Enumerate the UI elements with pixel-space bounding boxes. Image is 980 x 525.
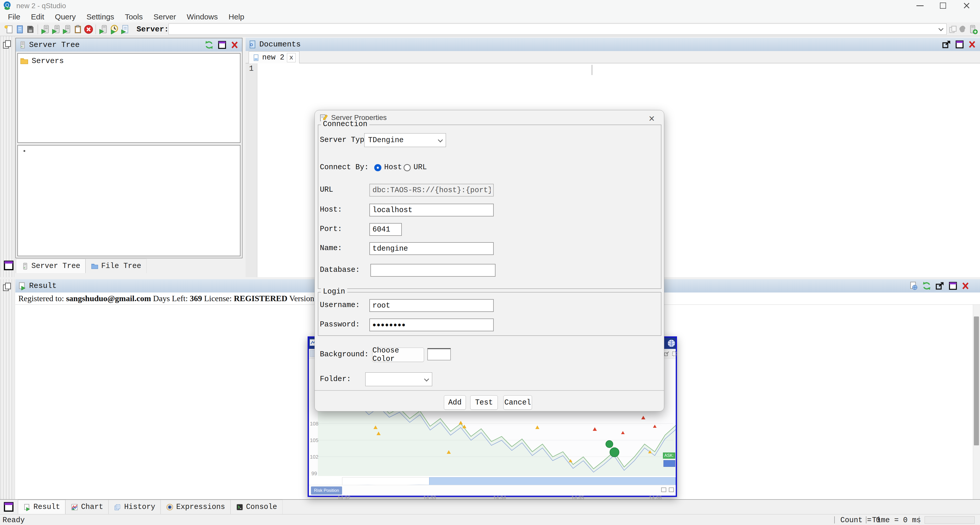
open-file-button[interactable] (14, 24, 25, 35)
scheduled-query-button[interactable] (109, 24, 120, 35)
risk-position-button[interactable]: Risk Position (311, 487, 342, 495)
export-web-icon[interactable] (909, 281, 918, 290)
folder-select[interactable] (365, 372, 432, 386)
host-field[interactable] (369, 204, 494, 216)
close-panel-icon[interactable] (968, 40, 977, 49)
background-color-swatch[interactable] (427, 348, 451, 360)
close-panel-icon[interactable] (230, 41, 239, 49)
tab-result[interactable]: Result (18, 500, 65, 514)
cancel-button[interactable]: Cancel (503, 395, 532, 410)
query-all-button[interactable] (62, 24, 73, 35)
add-button[interactable]: Add (444, 395, 466, 410)
save-button[interactable] (25, 24, 36, 35)
x-axis-label: 14:34 (493, 495, 506, 501)
radio-host-label: Host (384, 163, 402, 172)
footer-icon[interactable] (661, 487, 666, 492)
popout-small-icon[interactable] (664, 351, 670, 357)
result-icon (18, 282, 27, 290)
legend-ask-badge: ASK: (663, 452, 675, 459)
stop-query-button[interactable] (83, 24, 94, 35)
server-tree-view[interactable]: Servers (18, 53, 240, 143)
popout-icon[interactable] (942, 40, 951, 49)
menu-settings[interactable]: Settings (81, 13, 119, 21)
left-dock-strip[interactable] (0, 36, 14, 277)
login-legend: Login (321, 287, 347, 296)
legend-bid-badge (663, 460, 675, 467)
query-selection-button[interactable] (51, 24, 62, 35)
tab-expressions[interactable]: Expressions (161, 500, 230, 514)
minimize-button[interactable] (912, 0, 928, 11)
close-panel-icon[interactable] (961, 282, 970, 290)
refresh-icon[interactable] (204, 40, 214, 50)
tab-chart[interactable]: Chart (65, 500, 108, 514)
document-tab-new2[interactable]: new 2 x (249, 51, 299, 64)
password-field[interactable] (369, 318, 494, 331)
tab-close-button[interactable]: x (287, 53, 296, 62)
vertical-scrollbar[interactable] (973, 305, 980, 499)
scrollbar-thumb[interactable] (974, 317, 979, 445)
menu-tools[interactable]: Tools (119, 13, 148, 21)
query-line-button[interactable] (40, 24, 51, 35)
menu-windows[interactable]: Windows (181, 13, 223, 21)
copy-results-button[interactable] (948, 24, 958, 35)
choose-color-button[interactable]: Choose Color (372, 348, 424, 362)
dialog-close-button[interactable]: × (646, 113, 657, 124)
chart-icon (71, 503, 78, 511)
window-title: new 2 - qStudio (16, 2, 66, 10)
documents-icon (248, 40, 257, 49)
send-clipboard-button[interactable] (73, 24, 83, 35)
radio-host[interactable] (374, 164, 381, 171)
status-progress-area (924, 516, 975, 524)
url-template-field (369, 184, 494, 197)
documents-header[interactable]: Documents (246, 38, 980, 51)
result-dock-strip[interactable] (0, 279, 14, 499)
server-type-select[interactable]: TDengine (364, 133, 446, 147)
tab-file-tree[interactable]: File Tree (86, 259, 146, 273)
port-label: Port: (320, 225, 342, 233)
server-tree-lower-pane[interactable] (18, 145, 240, 256)
maximize-button[interactable] (935, 0, 951, 11)
refresh-icon[interactable] (922, 281, 932, 291)
username-field[interactable] (369, 299, 494, 312)
menu-help[interactable]: Help (223, 13, 250, 21)
close-button[interactable] (958, 0, 975, 11)
tab-label: Chart (81, 503, 103, 511)
menu-edit[interactable]: Edit (25, 13, 49, 21)
footer-icon[interactable] (669, 487, 674, 492)
maximize-panel-icon[interactable] (948, 281, 958, 290)
maximize-panel-icon[interactable] (955, 40, 964, 49)
menu-query[interactable]: Query (49, 13, 81, 21)
server-icon (21, 262, 29, 270)
fullscreen-small-icon[interactable] (671, 351, 678, 357)
tree-node-label: Servers (32, 57, 64, 65)
name-field[interactable] (369, 242, 494, 255)
database-field[interactable] (371, 264, 495, 277)
test-button[interactable]: Test (470, 395, 498, 410)
tab-console[interactable]: Console (231, 500, 283, 514)
menu-bar: File Edit Query Settings Tools Server Wi… (0, 11, 980, 22)
menu-file[interactable]: File (3, 13, 25, 21)
blue-folder-icon (91, 262, 99, 270)
add-server-button[interactable] (967, 24, 978, 35)
restore-panel-icon[interactable] (3, 501, 14, 512)
radio-url[interactable] (404, 164, 411, 171)
status-separator (866, 516, 866, 523)
stacked-windows-icon (2, 282, 12, 292)
tab-history[interactable]: History (108, 500, 161, 514)
menu-server[interactable]: Server (148, 13, 181, 21)
qstudio-window: Q new 2 - qStudio File Edit Query Settin… (0, 0, 980, 525)
tree-node-servers[interactable]: Servers (18, 54, 240, 68)
server-query-button[interactable] (98, 24, 109, 35)
url-row: URL (320, 183, 659, 197)
new-document-button[interactable] (3, 24, 14, 35)
server-tree-header[interactable]: Server Tree (16, 38, 242, 52)
password-row: Password: (320, 318, 659, 332)
restore-panel-icon[interactable] (3, 260, 14, 271)
run-script-button[interactable] (120, 24, 130, 35)
tab-server-tree[interactable]: Server Tree (16, 259, 86, 273)
maximize-panel-icon[interactable] (218, 40, 227, 49)
popout-icon[interactable] (935, 281, 945, 291)
port-field[interactable] (369, 223, 402, 236)
database-row: Database: (320, 263, 659, 277)
server-combobox[interactable] (169, 24, 947, 35)
